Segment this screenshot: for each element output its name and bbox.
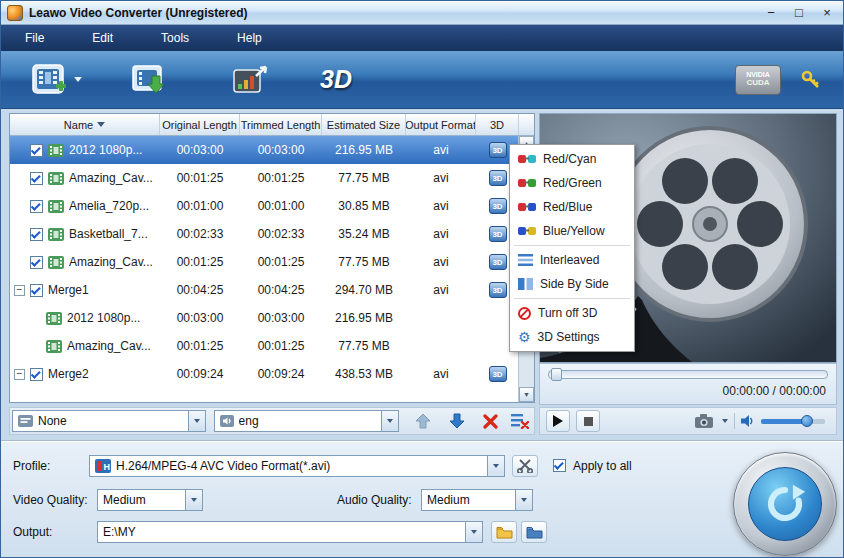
column-header-trimmed-length[interactable]: Trimmed Length <box>240 114 322 135</box>
table-row[interactable]: Amazing_Cav... 00:01:25 00:01:25 77.75 M… <box>10 248 534 276</box>
column-header-estimated-size[interactable]: Estimated Size <box>322 114 406 135</box>
menu-help[interactable]: Help <box>213 25 286 51</box>
audio-quality-select[interactable]: Medium <box>421 489 533 511</box>
add-video-dropdown-arrow-icon[interactable] <box>74 77 82 82</box>
video-quality-select[interactable]: Medium <box>97 489 203 511</box>
menu-item-red-green[interactable]: Red/Green <box>510 171 634 195</box>
table-row[interactable]: − Merge2 00:09:24 00:09:24 438.53 MB avi… <box>10 360 534 388</box>
add-video-button[interactable] <box>29 62 69 98</box>
scroll-down-button[interactable]: ▼ <box>519 387 534 402</box>
profile-value: H.264/MPEG-4 AVC Video Format(*.avi) <box>116 459 482 473</box>
move-down-button[interactable] <box>445 410 469 432</box>
menu-item-red-cyan[interactable]: Red/Cyan <box>510 147 634 171</box>
move-up-button[interactable] <box>411 410 435 432</box>
3d-badge-icon[interactable]: 3D <box>489 170 507 186</box>
row-checkbox-checked[interactable] <box>30 228 43 241</box>
3d-badge-icon[interactable]: 3D <box>489 142 507 158</box>
table-row[interactable]: 2012 1080p... 00:03:00 00:03:00 216.95 M… <box>10 136 534 164</box>
row-checkbox-checked[interactable] <box>30 200 43 213</box>
row-checkbox-checked[interactable] <box>30 144 43 157</box>
open-output-folder-button[interactable] <box>521 521 547 543</box>
3d-badge-icon[interactable]: 3D <box>489 366 507 382</box>
audio-track-select[interactable]: eng <box>214 410 400 432</box>
audio-track-icon <box>220 415 234 427</box>
seek-thumb[interactable] <box>551 368 562 381</box>
volume-thumb[interactable] <box>801 415 813 427</box>
clear-list-button[interactable] <box>508 410 532 432</box>
subtitle-dropdown-button[interactable] <box>188 411 205 431</box>
table-row[interactable]: 2012 1080p... 00:03:00 00:03:00 216.95 M… <box>10 304 534 332</box>
browse-output-button[interactable] <box>491 521 517 543</box>
column-name-label: Name <box>64 119 93 131</box>
play-icon <box>553 415 563 427</box>
play-button[interactable] <box>546 410 570 432</box>
collapse-expander-icon[interactable]: − <box>14 285 25 296</box>
add-from-folder-button[interactable] <box>128 62 168 98</box>
convert-button[interactable] <box>733 452 837 556</box>
profile-dropdown-button[interactable] <box>487 456 504 476</box>
menu-item-interleaved[interactable]: Interleaved <box>510 248 634 272</box>
volume-icon[interactable] <box>741 415 755 427</box>
3d-badge-icon[interactable]: 3D <box>489 254 507 270</box>
maximize-button[interactable]: □ <box>789 5 809 21</box>
profile-select[interactable]: H H.264/MPEG-4 AVC Video Format(*.avi) <box>89 455 505 477</box>
subtitle-select[interactable]: None <box>12 410 206 432</box>
3d-badge-icon[interactable]: 3D <box>489 226 507 242</box>
volume-slider[interactable] <box>761 419 825 424</box>
cuda-badge-line2: CUDA <box>746 79 769 88</box>
snapshot-button[interactable] <box>692 410 716 432</box>
table-row[interactable]: Amelia_720p... 00:01:00 00:01:00 30.85 M… <box>10 192 534 220</box>
register-key-icon <box>801 70 821 90</box>
seek-bar[interactable] <box>548 370 828 379</box>
menu-item-turn-off-3d[interactable]: Turn off 3D <box>510 301 634 325</box>
menu-item-3d-settings[interactable]: ⚙ 3D Settings <box>510 325 634 349</box>
table-row[interactable]: Basketball_7... 00:02:33 00:02:33 35.24 … <box>10 220 534 248</box>
minimize-button[interactable]: − <box>761 5 781 21</box>
column-header-output-format[interactable]: Output Format <box>406 114 476 135</box>
turn-off-3d-icon <box>518 307 531 320</box>
remove-file-button[interactable] <box>479 410 503 432</box>
menu-file[interactable]: File <box>1 25 68 51</box>
app-window: Leawo Video Converter (Unregistered) − □… <box>0 0 844 558</box>
3d-badge-icon[interactable]: 3D <box>489 198 507 214</box>
apply-to-all-checkbox-checked[interactable] <box>553 459 566 472</box>
table-row[interactable]: Amazing_Cav... 00:01:25 00:01:25 77.75 M… <box>10 164 534 192</box>
title-bar[interactable]: Leawo Video Converter (Unregistered) − □… <box>1 1 843 25</box>
3d-badge-icon[interactable]: 3D <box>489 282 507 298</box>
menu-item-blue-yellow[interactable]: Blue/Yellow <box>510 219 634 243</box>
original-length: 00:02:33 <box>160 227 240 241</box>
trimmed-length: 00:03:00 <box>240 311 322 325</box>
menu-tools[interactable]: Tools <box>137 25 213 51</box>
column-header-original-length[interactable]: Original Length <box>160 114 240 135</box>
output-path-combo[interactable]: E:\MY <box>97 521 483 543</box>
stop-button[interactable] <box>576 410 600 432</box>
menu-item-side-by-side[interactable]: Side By Side <box>510 272 634 296</box>
close-button[interactable]: × <box>817 5 837 21</box>
original-length: 00:03:00 <box>160 311 240 325</box>
row-checkbox-checked[interactable] <box>30 172 43 185</box>
3d-movie-button[interactable]: 3D <box>320 65 352 94</box>
collapse-expander-icon[interactable]: − <box>14 369 25 380</box>
column-header-name[interactable]: Name <box>10 114 160 135</box>
row-checkbox-checked[interactable] <box>30 284 43 297</box>
table-row[interactable]: Amazing_Cav... 00:01:25 00:01:25 77.75 M… <box>10 332 534 360</box>
table-row[interactable]: − Merge1 00:04:25 00:04:25 294.70 MB avi… <box>10 276 534 304</box>
row-checkbox-checked[interactable] <box>30 256 43 269</box>
register-button[interactable] <box>801 70 821 90</box>
column-header-3d[interactable]: 3D <box>476 114 519 135</box>
snapshot-dropdown-arrow-icon[interactable] <box>722 419 728 423</box>
output-settings-panel: Profile: H H.264/MPEG-4 AVC Video Format… <box>1 441 843 558</box>
chevron-down-icon <box>194 419 200 423</box>
add-from-folder-icon <box>128 62 168 98</box>
subtitle-icon <box>18 415 33 427</box>
video-quality-dropdown-button[interactable] <box>185 490 202 510</box>
audio-dropdown-button[interactable] <box>381 411 398 431</box>
trimmed-length: 00:01:25 <box>240 339 322 353</box>
menu-item-red-blue[interactable]: Red/Blue <box>510 195 634 219</box>
audio-quality-dropdown-button[interactable] <box>515 490 532 510</box>
edit-profile-button[interactable] <box>512 455 538 477</box>
menu-edit[interactable]: Edit <box>68 25 137 51</box>
media-server-button[interactable] <box>230 62 272 98</box>
output-dropdown-button[interactable] <box>465 522 482 542</box>
row-checkbox-checked[interactable] <box>30 368 43 381</box>
